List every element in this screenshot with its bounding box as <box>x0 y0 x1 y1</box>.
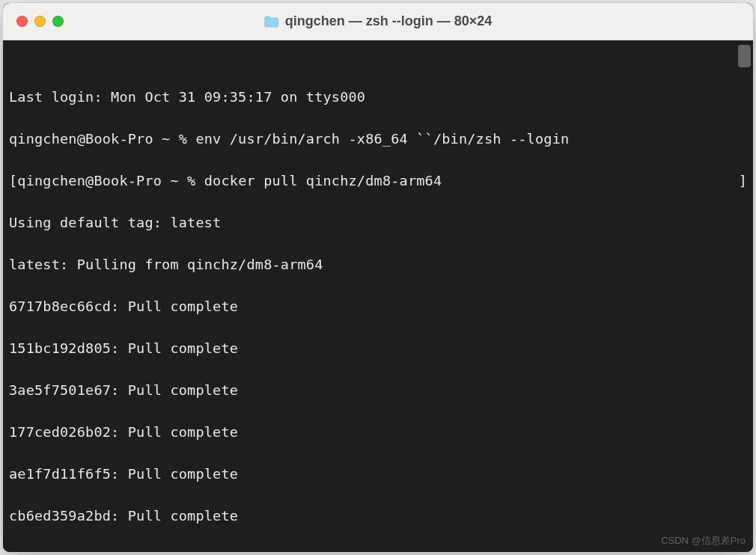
terminal-line: qingchen@Book-Pro ~ % env /usr/bin/arch … <box>9 129 747 150</box>
terminal-line: 3ae5f7501e67: Pull complete <box>9 380 747 401</box>
titlebar[interactable]: qingchen — zsh --login — 80×24 <box>3 3 753 40</box>
terminal-line: Using default tag: latest <box>9 212 747 233</box>
terminal-line: Last login: Mon Oct 31 09:35:17 on ttys0… <box>9 87 747 108</box>
traffic-lights <box>16 16 64 27</box>
terminal-body[interactable]: Last login: Mon Oct 31 09:35:17 on ttys0… <box>3 40 753 552</box>
terminal-line: latest: Pulling from qinchz/dm8-arm64 <box>9 254 747 275</box>
terminal-line: 6717b8ec66cd: Pull complete <box>9 296 747 317</box>
scrollbar-thumb[interactable] <box>738 45 751 67</box>
terminal-line: 177ced026b02: Pull complete <box>9 422 747 443</box>
terminal-line: [qingchen@Book-Pro ~ % docker pull qinch… <box>9 171 747 191</box>
zoom-icon[interactable] <box>52 16 64 27</box>
terminal-line: 8683a4e7991c: Pull complete <box>9 548 747 553</box>
minimize-icon[interactable] <box>34 16 46 27</box>
terminal-line: cb6ed359a2bd: Pull complete <box>9 506 747 527</box>
folder-icon <box>264 16 279 28</box>
window-title: qingchen — zsh --login — 80×24 <box>264 13 493 29</box>
terminal-window: qingchen — zsh --login — 80×24 Last logi… <box>2 2 754 553</box>
terminal-line: ae1f7d11f6f5: Pull complete <box>9 464 747 485</box>
window-title-text: qingchen — zsh --login — 80×24 <box>285 13 493 29</box>
close-icon[interactable] <box>16 16 28 27</box>
watermark: CSDN @信息差Pro <box>661 534 746 548</box>
terminal-line: 151bc192d805: Pull complete <box>9 338 747 359</box>
